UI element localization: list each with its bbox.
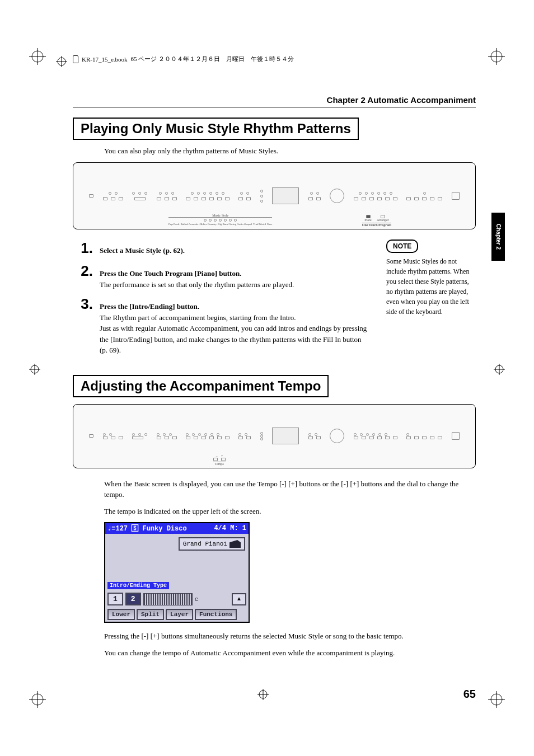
page-number: 65 bbox=[463, 688, 476, 701]
step-number: 2 bbox=[73, 262, 93, 280]
style-label: User bbox=[267, 223, 272, 226]
otp-piano-label: Piano bbox=[364, 218, 372, 222]
lcd-style-name: Funky Disco bbox=[142, 525, 186, 533]
otp-label: One Touch Program bbox=[362, 223, 391, 227]
chapter-side-tab: Chapter 2 bbox=[491, 213, 505, 261]
lcd-intro-ending-label: Intro/Ending Type bbox=[107, 582, 169, 589]
registration-mark-icon bbox=[494, 364, 505, 375]
crop-mark-icon bbox=[29, 48, 46, 65]
step-text: The performance is set so that only the … bbox=[100, 279, 369, 290]
body-text: The tempo is indicated on the upper left… bbox=[104, 506, 476, 517]
prepress-header: KR-17_15_e.book 65 ページ ２００４年１２月６日 月曜日 午後… bbox=[73, 55, 294, 63]
book-file-icon bbox=[73, 55, 78, 63]
lcd-screen-icon bbox=[272, 187, 299, 204]
music-style-callout: Music Style Pop Rock Ballad Acoustic Old… bbox=[168, 214, 272, 227]
step-text: The Rhythm part of accompaniment begins,… bbox=[100, 312, 369, 356]
lcd-tempo: ♩=127 bbox=[107, 525, 128, 533]
book-file-name: KR-17_15_e.book bbox=[82, 56, 128, 63]
lcd-tab: Layer bbox=[166, 609, 193, 620]
lcd-instrument-box: Grand Piano1 bbox=[179, 537, 245, 551]
registration-mark-icon bbox=[29, 364, 40, 375]
body-text: You can change the tempo of Automatic Ac… bbox=[104, 647, 476, 659]
music-style-label: Music Style bbox=[168, 214, 272, 218]
chapter-running-head: Chapter 2 Automatic Accompaniment bbox=[73, 95, 476, 105]
section-intro: You can also play only the rhythm patter… bbox=[104, 147, 476, 156]
body-text: When the Basic screen is displayed, you … bbox=[104, 478, 476, 500]
section-title: Playing Only Music Style Rhythm Patterns bbox=[73, 118, 359, 140]
note-badge: NOTE bbox=[386, 240, 418, 253]
book-page-info: 65 ページ ２００４年１２月６日 月曜日 午後１時５４分 bbox=[131, 55, 294, 63]
step: 3 Press the [Intro/Ending] button. The R… bbox=[73, 295, 369, 356]
lcd-metronome-icon: ▲ bbox=[232, 593, 246, 605]
one-touch-program-callout: Piano Arranger One Touch Program bbox=[362, 215, 391, 227]
style-label: Oldies Country bbox=[199, 223, 217, 226]
crop-mark-icon bbox=[488, 691, 505, 708]
style-label: Latin Gospel bbox=[237, 223, 252, 226]
panel-illustration: Music Style Pop Rock Ballad Acoustic Old… bbox=[73, 162, 476, 229]
tempo-label: Tempo bbox=[213, 462, 226, 466]
style-label: Big Band Swing bbox=[218, 223, 236, 226]
lcd-waveform-icon bbox=[143, 593, 193, 605]
registration-mark-icon bbox=[56, 56, 67, 67]
dial-icon bbox=[330, 429, 344, 443]
step-number: 1 bbox=[73, 240, 93, 257]
body-text: Pressing the [-] [+] buttons simultaneou… bbox=[104, 631, 476, 642]
lcd-instrument: Grand Piano1 bbox=[183, 541, 227, 547]
step-number: 3 bbox=[73, 295, 93, 313]
step: 2 Press the One Touch Program [Piano] bu… bbox=[73, 262, 369, 290]
style-label: Pop Rock bbox=[168, 223, 180, 226]
dial-icon bbox=[330, 189, 344, 203]
lcd-tab: Split bbox=[137, 609, 164, 620]
style-label: Ballad Acoustic bbox=[181, 223, 199, 226]
step-heading: Press the One Touch Program [Piano] butt… bbox=[100, 268, 369, 279]
lcd-tab: Lower bbox=[107, 609, 135, 620]
lcd-screenshot: ♩=127 🅂 Funky Disco 4/4 M: 1 Grand Piano… bbox=[104, 522, 250, 623]
panel-illustration: −+ Tempo bbox=[73, 404, 476, 468]
note-text: Some Music Styles do not include rhythm … bbox=[386, 256, 476, 317]
divider bbox=[73, 107, 476, 107]
crop-mark-icon bbox=[488, 48, 505, 65]
lcd-intro-type-chip: 1 bbox=[107, 593, 123, 605]
registration-mark-icon bbox=[257, 689, 269, 700]
lcd-time-measure: 4/4 M: 1 bbox=[214, 524, 246, 533]
section-title: Adjusting the Accompaniment Tempo bbox=[73, 375, 329, 397]
style-label: Trad World bbox=[253, 223, 266, 226]
lcd-style-icon: 🅂 bbox=[132, 525, 138, 533]
tempo-callout: −+ Tempo bbox=[213, 454, 226, 466]
piano-icon bbox=[229, 540, 241, 548]
lcd-screen-icon bbox=[272, 428, 299, 444]
crop-mark-icon bbox=[29, 691, 46, 708]
lcd-tab: Functions bbox=[195, 609, 237, 620]
step-heading: Select a Music Style (p. 62). bbox=[100, 246, 185, 255]
step: 1 Select a Music Style (p. 62). bbox=[73, 240, 369, 257]
step-heading: Press the [Intro/Ending] button. bbox=[100, 301, 369, 312]
otp-arranger-label: Arranger bbox=[377, 218, 389, 222]
lcd-intro-type-chip: 2 bbox=[125, 593, 141, 605]
